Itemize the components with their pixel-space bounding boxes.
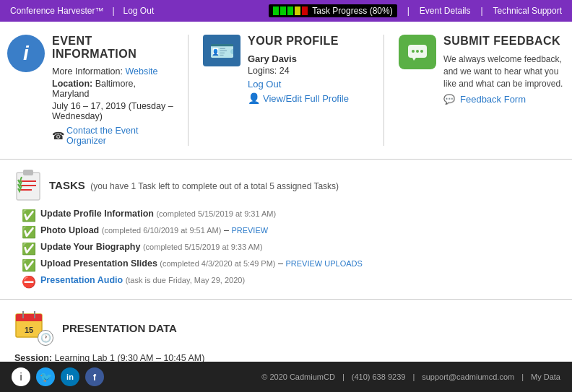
svg-rect-12 — [16, 318, 42, 321]
tasks-clipboard-icon — [14, 168, 42, 201]
task-name: Photo Upload (completed 6/10/2019 at 9:5… — [40, 225, 268, 235]
nav-divider-3: | — [480, 6, 482, 16]
task-name: Update Profile Information (completed 5/… — [40, 209, 276, 219]
tasks-title-area: TASKS (you have 1 Task left to complete … — [49, 179, 339, 191]
presentation-audio-link[interactable]: Presentation Audio — [40, 275, 123, 285]
contact-row: ☎ Contact the Event Organizer — [52, 126, 173, 146]
top-nav-right: Task Progress (80%) | Event Details | Te… — [269, 4, 562, 17]
phone-icon: ☎ — [52, 130, 64, 141]
svg-point-3 — [420, 50, 423, 53]
footer-email-link[interactable]: support@cadmiumcd.com — [422, 373, 514, 381]
list-item: ✅ Photo Upload (completed 6/10/2019 at 9… — [22, 225, 558, 239]
view-edit-profile-link[interactable]: View/Edit Full Profile — [263, 93, 349, 104]
chat-icon: 💬 — [443, 94, 455, 105]
feedback-content: SUBMIT FEEDBACK We always welcome feedba… — [443, 35, 565, 105]
footer-mydata-link[interactable]: My Data — [531, 373, 560, 381]
progress-segments — [273, 6, 308, 15]
task-progress-label: Task Progress (80%) — [312, 6, 392, 16]
facebook-icon[interactable]: f — [85, 367, 104, 386]
contact-organizer-link[interactable]: Contact the Event Organizer — [66, 126, 173, 146]
footer-divider-1: | — [342, 373, 344, 381]
technical-support-link[interactable]: Technical Support — [493, 6, 562, 16]
footer-phone: (410) 638 9239 — [352, 373, 406, 381]
task-status-error-icon: ⛔ — [22, 275, 36, 289]
task-list: ✅ Update Profile Information (completed … — [14, 209, 558, 289]
task-meta: (completed 5/15/2019 at 9:31 AM) — [156, 209, 276, 218]
divider-2 — [384, 35, 384, 146]
feedback-section: SUBMIT FEEDBACK We always welcome feedba… — [399, 35, 565, 146]
presentation-title: PRESENTATION DATA — [62, 322, 177, 334]
progress-seg-5 — [302, 6, 308, 15]
tasks-header: TASKS (you have 1 Task left to complete … — [14, 168, 558, 201]
website-link[interactable]: Website — [125, 66, 157, 77]
list-item: ✅ Upload Presentation Slides (completed … — [22, 258, 558, 272]
linkedin-icon[interactable]: in — [61, 367, 79, 386]
person-icon: 👤 — [248, 92, 260, 104]
id-card-icon: 🪪 — [203, 35, 240, 66]
main-content: i EVENT INFORMATION More Information: We… — [0, 22, 572, 385]
feedback-bubble-icon — [399, 35, 436, 69]
nav-divider-2: | — [407, 6, 410, 16]
list-item: ✅ Update Your Biography (completed 5/15/… — [22, 242, 558, 256]
profile-name: Gary Davis — [248, 53, 369, 64]
task-progress-bar: Task Progress (80%) — [269, 4, 396, 17]
nav-divider-1: | — [112, 6, 114, 16]
dates-row: July 16 – 17, 2019 (Tuesday – Wednesday) — [52, 101, 173, 121]
task-name: Update Your Biography (completed 5/15/20… — [40, 242, 263, 252]
location-label: Location: — [52, 79, 92, 89]
tasks-title: TASKS — [49, 179, 85, 191]
task-meta: (completed 5/15/2019 at 9:33 AM) — [143, 243, 263, 251]
task-meta: (task is due Friday, May 29, 2020) — [126, 276, 245, 284]
profile-logout-row: Log Out — [248, 79, 369, 90]
task-sep: – — [224, 225, 231, 235]
task-name-text: Upload Presentation Slides — [40, 258, 157, 269]
profile-logout-link[interactable]: Log Out — [248, 79, 281, 90]
event-info-content: EVENT INFORMATION More Information: Webs… — [52, 35, 173, 146]
logins-value: 24 — [280, 66, 290, 76]
progress-seg-4 — [295, 6, 300, 15]
event-details-link[interactable]: Event Details — [420, 6, 471, 16]
task-name: Presentation Audio (task is due Friday, … — [40, 275, 245, 285]
presentation-calendar-icon: 15 🕐 — [14, 310, 53, 346]
info-footer-icon[interactable]: i — [12, 367, 30, 386]
bottom-footer: i 🐦 in f © 2020 CadmiumCD | (410) 638 92… — [0, 362, 572, 392]
twitter-icon[interactable]: 🐦 — [36, 367, 55, 386]
task-name-text: Photo Upload — [40, 225, 99, 235]
task-name-text: Update Profile Information — [40, 209, 154, 219]
feedback-description: We always welcome feedback, and we want … — [443, 53, 565, 90]
footer-icons: i 🐦 in f — [12, 367, 104, 386]
event-information-section: i EVENT INFORMATION More Information: We… — [7, 35, 173, 146]
list-item: ✅ Update Profile Information (completed … — [22, 209, 558, 222]
footer-copyright: © 2020 CadmiumCD — [261, 373, 335, 381]
top-nav-left: Conference Harvester™ | Log Out — [10, 6, 154, 16]
task-name: Upload Presentation Slides (completed 4/… — [40, 258, 363, 269]
divider-1 — [188, 35, 188, 146]
event-info-title: EVENT INFORMATION — [52, 35, 173, 61]
tasks-subtitle: (you have 1 Task left to complete out of… — [90, 181, 339, 191]
task-preview-link[interactable]: PREVIEW — [231, 226, 268, 235]
footer-center: © 2020 CadmiumCD | (410) 638 9239 | supp… — [261, 373, 560, 381]
more-info-row: More Information: Website — [52, 66, 173, 77]
task-preview-uploads-link[interactable]: PREVIEW UPLOADS — [285, 259, 362, 268]
feedback-form-link[interactable]: Feedback Form — [460, 94, 526, 105]
event-dates: July 16 – 17, 2019 (Tuesday – Wednesday) — [52, 101, 173, 121]
svg-point-2 — [416, 50, 419, 53]
logout-link[interactable]: Log Out — [124, 6, 155, 16]
svg-marker-4 — [412, 58, 416, 61]
task-status-ok-icon: ✅ — [22, 258, 36, 272]
task-sep: – — [278, 258, 285, 269]
task-meta: (completed 4/3/2020 at 5:49 PM) — [160, 259, 275, 268]
list-item: ⛔ Presentation Audio (task is due Friday… — [22, 275, 558, 289]
tasks-section: TASKS (you have 1 Task left to complete … — [0, 160, 572, 300]
feedback-form-row: 💬 Feedback Form — [443, 94, 565, 105]
task-name-text: Update Your Biography — [40, 242, 140, 252]
view-edit-row: 👤 View/Edit Full Profile — [248, 92, 369, 104]
info-icon: i — [7, 35, 45, 72]
svg-rect-6 — [23, 170, 33, 175]
progress-seg-1 — [273, 6, 279, 15]
brand-label: Conference Harvester™ — [10, 6, 103, 16]
header-sections: i EVENT INFORMATION More Information: We… — [0, 22, 572, 160]
footer-divider-3: | — [521, 373, 524, 381]
svg-text:15: 15 — [25, 326, 33, 334]
svg-point-1 — [412, 50, 415, 53]
